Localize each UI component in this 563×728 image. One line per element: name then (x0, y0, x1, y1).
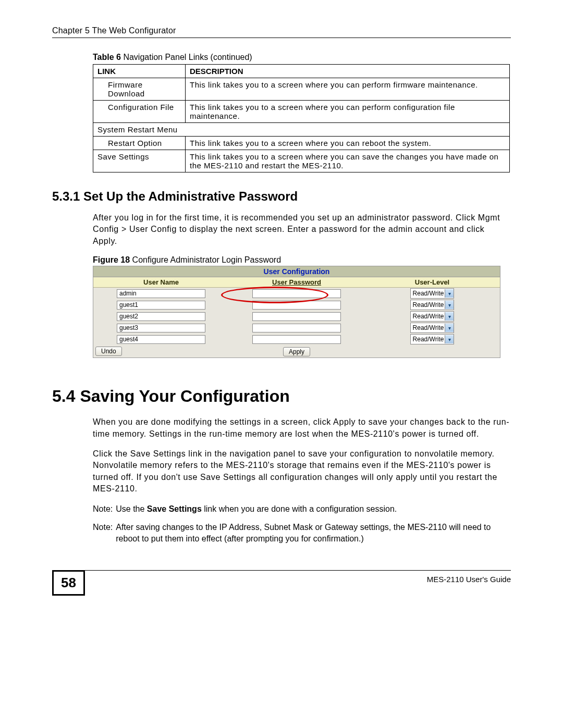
figure18-caption-bold: Figure 18 (93, 255, 130, 264)
table6-caption-rest: Navigation Panel Links (continued) (121, 53, 252, 61)
username-input[interactable] (117, 335, 205, 344)
password-input[interactable] (252, 324, 341, 332)
desc-cell: This link takes you to a screen where yo… (186, 78, 510, 101)
section-5-4-title: 5.4 Saving Your Configuration (52, 387, 511, 406)
userlevel-select[interactable]: Read/Write▾ (410, 288, 455, 299)
userconf-row: Read/Write▾ (93, 288, 500, 299)
table-row: Save Settings This link takes you to a s… (93, 150, 510, 172)
apply-button[interactable]: Apply (283, 347, 310, 356)
chevron-down-icon: ▾ (445, 301, 454, 309)
note-label: Note: (93, 522, 113, 544)
section-5-4-p2: Click the Save Settings link in the navi… (93, 448, 511, 495)
userlevel-select[interactable]: Read/Write▾ (410, 300, 455, 310)
section-5-3-1-title: 5.3.1 Set Up the Administrative Password (52, 189, 511, 204)
password-input[interactable] (252, 301, 341, 310)
link-cell: Configuration File (93, 101, 186, 123)
note-1: Note: Use the Save Settings link when yo… (93, 503, 511, 515)
userlevel-select[interactable]: Read/Write▾ (410, 334, 455, 344)
chevron-down-icon: ▾ (445, 312, 454, 320)
userlevel-value: Read/Write (413, 324, 444, 331)
password-input[interactable] (252, 289, 341, 298)
desc-cell: This link takes you to a screen where yo… (186, 101, 510, 123)
username-input[interactable] (117, 289, 205, 298)
table6-caption-bold: Table 6 (93, 53, 121, 61)
section-5-3-1-para: After you log in for the first time, it … (93, 212, 511, 247)
note1-text-b: link when you are done with a configurat… (202, 504, 397, 513)
userconf-row: Read/Write▾ (93, 334, 500, 345)
password-input[interactable] (252, 312, 341, 321)
section-label: System Restart Menu (93, 123, 510, 137)
userlevel-select[interactable]: Read/Write▾ (410, 311, 455, 322)
userconf-row: Read/Write▾ (93, 299, 500, 311)
note1-bold: Save Settings (147, 504, 202, 513)
userlevel-value: Read/Write (413, 336, 444, 343)
table-row: Firmware Download This link takes you to… (93, 78, 510, 101)
note-label: Note: (93, 503, 113, 515)
userconf-row: Read/Write▾ (93, 311, 500, 322)
username-input[interactable] (117, 312, 205, 321)
table-section-row: System Restart Menu (93, 123, 510, 137)
userconf-col-level: User-Level (364, 277, 500, 287)
section-5-4-p1: When you are done modifying the settings… (93, 416, 511, 440)
user-configuration-figure: User Configuration User Name User Passwo… (93, 266, 500, 358)
nav-panel-links-table: LINK DESCRIPTION Firmware Download This … (93, 64, 510, 172)
footer-guide-name: MES-2110 User's Guide (427, 574, 511, 584)
chapter-header: Chapter 5 The Web Configurator (52, 26, 511, 38)
chevron-down-icon: ▾ (445, 289, 454, 298)
userconf-footer: Undo Apply (93, 345, 500, 357)
link-cell: Restart Option (93, 137, 186, 150)
note-2: Note: After saving changes to the IP Add… (93, 522, 511, 544)
note-body: After saving changes to the IP Address, … (116, 522, 511, 544)
userlevel-select[interactable]: Read/Write▾ (410, 323, 455, 333)
table6-header-link: LINK (93, 65, 186, 78)
userconf-header-row: User Name User Password User-Level (93, 277, 500, 288)
chevron-down-icon: ▾ (445, 335, 454, 343)
table6-header-desc: DESCRIPTION (186, 65, 510, 78)
table6-caption: Table 6 Navigation Panel Links (continue… (93, 53, 511, 62)
undo-button[interactable]: Undo (95, 347, 122, 356)
link-cell: Firmware Download (93, 78, 186, 101)
table-row: Restart Option This link takes you to a … (93, 137, 510, 150)
userlevel-value: Read/Write (413, 290, 444, 297)
userconf-col-password: User Password (229, 277, 364, 287)
desc-cell: This link takes you to a screen where yo… (186, 150, 510, 172)
chevron-down-icon: ▾ (445, 324, 454, 332)
userconf-row: Read/Write▾ (93, 322, 500, 334)
link-cell: Save Settings (93, 150, 186, 172)
page-number: 58 (52, 570, 85, 596)
password-input[interactable] (252, 335, 341, 344)
userlevel-value: Read/Write (413, 301, 444, 309)
desc-cell: This link takes you to a screen where yo… (186, 137, 510, 150)
figure18-caption: Figure 18 Configure Administrator Login … (93, 255, 511, 265)
userconf-title: User Configuration (93, 266, 500, 277)
userlevel-value: Read/Write (413, 313, 444, 320)
table-row: Configuration File This link takes you t… (93, 101, 510, 123)
note-body: Use the Save Settings link when you are … (116, 503, 397, 515)
userconf-col-username: User Name (93, 277, 229, 287)
note1-text-a: Use the (116, 504, 147, 513)
username-input[interactable] (117, 324, 205, 332)
username-input[interactable] (117, 301, 205, 310)
page-footer: 58 MES-2110 User's Guide (52, 570, 511, 596)
figure18-caption-rest: Configure Administrator Login Password (130, 255, 281, 264)
